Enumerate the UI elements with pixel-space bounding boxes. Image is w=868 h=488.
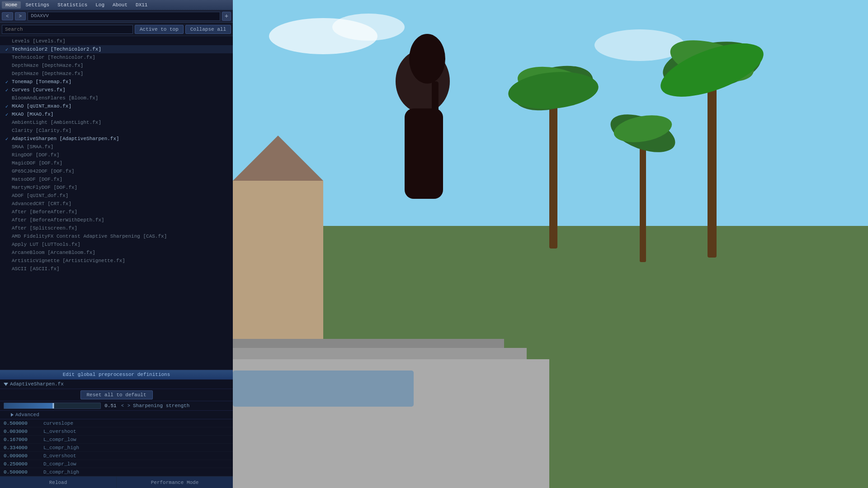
search-bar: Active to top Collapse all — [0, 23, 233, 36]
param-row[interactable]: 0.250000D_compr_low — [0, 460, 233, 468]
param-name: L_compr_high — [40, 445, 79, 450]
menu-bar: Home Settings Statistics Log About DX11 — [0, 0, 233, 10]
effect-name: ArcaneBloom [ArcaneBloom.fx] — [12, 250, 95, 255]
back-button[interactable]: < — [2, 12, 13, 20]
collapse-all-button[interactable]: Collapse all — [185, 25, 231, 34]
shader-name: AdaptiveSharpen.fx — [10, 381, 64, 387]
effect-checkbox[interactable] — [4, 241, 10, 248]
param-row[interactable]: 0.500000D_compr_high — [0, 468, 233, 476]
effect-item[interactable]: ArtisticVignette [ArtisticVignette.fx] — [0, 257, 233, 265]
slider-track[interactable] — [4, 403, 101, 409]
effect-name: MXAO [MXAO.fx] — [12, 112, 53, 117]
effect-item[interactable]: ✓Curves [Curves.fx] — [0, 86, 233, 94]
menu-statistics[interactable]: Statistics — [54, 1, 91, 9]
effect-item[interactable]: Levels [Levels.fx] — [0, 37, 233, 45]
effect-item[interactable]: ✓Technicolor2 [Technicolor2.fx] — [0, 45, 233, 53]
param-row[interactable]: 0.167000L_compr_low — [0, 436, 233, 444]
effect-item[interactable]: ✓MXAO [qUINT_mxao.fx] — [0, 102, 233, 110]
param-row[interactable]: 0.009000D_overshoot — [0, 452, 233, 460]
effect-item[interactable]: MatsoDOF [DOF.fx] — [0, 175, 233, 183]
effect-item[interactable]: Clarity [Clarity.fx] — [0, 127, 233, 135]
effect-checkbox[interactable] — [4, 168, 10, 174]
effect-item[interactable]: RingDOF [DOF.fx] — [0, 151, 233, 159]
effect-checkbox[interactable] — [4, 192, 10, 199]
menu-about[interactable]: About — [109, 1, 131, 9]
effect-item[interactable]: DepthHaze [DepthHaze.fx] — [0, 61, 233, 70]
reset-all-button[interactable]: Reset all to default — [80, 390, 153, 399]
effect-item[interactable]: DepthHaze [DepthHaze.fx] — [0, 70, 233, 78]
effect-checkbox[interactable] — [4, 217, 10, 223]
effect-checkbox[interactable] — [4, 62, 10, 69]
menu-log[interactable]: Log — [92, 1, 108, 9]
effect-checkbox[interactable] — [4, 209, 10, 215]
effect-checkbox[interactable] — [4, 201, 10, 207]
edit-preprocessor-bar[interactable]: Edit global preprocessor definitions — [0, 370, 233, 380]
effect-checkbox[interactable] — [4, 160, 10, 166]
effect-name: AMD FidelityFX Contrast Adaptive Sharpen… — [12, 234, 167, 239]
effect-item[interactable]: After [BeforeAfterWithDepth.fx] — [0, 216, 233, 224]
effect-name: RingDOF [DOF.fx] — [12, 152, 60, 158]
performance-mode-button[interactable]: Performance Mode — [117, 477, 233, 488]
param-row[interactable]: 0.500000curveslope — [0, 419, 233, 427]
effect-checkbox[interactable]: ✓ — [4, 79, 10, 85]
effect-checkbox[interactable] — [4, 233, 10, 239]
effect-item[interactable]: SMAA [SMAA.fx] — [0, 143, 233, 151]
effect-item[interactable]: MartyMcFlyDOF [DOF.fx] — [0, 183, 233, 192]
effect-item[interactable]: After [Splitscreen.fx] — [0, 224, 233, 232]
search-input[interactable] — [2, 25, 133, 34]
add-button[interactable]: + — [222, 12, 231, 21]
effect-checkbox[interactable] — [4, 144, 10, 150]
effect-item[interactable]: ✓Tonemap [Tonemap.fx] — [0, 78, 233, 86]
effect-item[interactable]: MagicDOF [DOF.fx] — [0, 159, 233, 167]
effect-item[interactable]: BloomAndLensFlares [Bloom.fx] — [0, 94, 233, 102]
effect-item[interactable]: ASCII [ASCII.fx] — [0, 265, 233, 273]
effect-checkbox[interactable] — [4, 225, 10, 231]
effect-checkbox[interactable] — [4, 95, 10, 101]
param-row[interactable]: 0.003000L_overshoot — [0, 427, 233, 436]
shader-header: AdaptiveSharpen.fx — [0, 380, 233, 389]
effect-checkbox[interactable]: ✓ — [4, 103, 10, 109]
effect-name: AdaptiveSharpen [AdaptiveSharpen.fx] — [12, 136, 119, 141]
effect-item[interactable]: ✓AdaptiveSharpen [AdaptiveSharpen.fx] — [0, 135, 233, 143]
advanced-row[interactable]: Advanced — [0, 411, 233, 419]
effect-item[interactable]: ✓MXAO [MXAO.fx] — [0, 110, 233, 118]
svg-rect-25 — [233, 371, 414, 407]
forward-button[interactable]: > — [15, 12, 26, 20]
slider-right-arrow[interactable]: > — [127, 404, 131, 408]
effect-item[interactable]: After [BeforeAfter.fx] — [0, 208, 233, 216]
effect-checkbox[interactable]: ✓ — [4, 136, 10, 142]
effect-item[interactable]: Technicolor [Technicolor.fx] — [0, 53, 233, 61]
effect-name: ArtisticVignette [ArtisticVignette.fx] — [12, 258, 125, 263]
menu-settings[interactable]: Settings — [22, 1, 53, 9]
effect-checkbox[interactable] — [4, 266, 10, 272]
effect-checkbox[interactable] — [4, 70, 10, 77]
effect-item[interactable]: ADOF [qUINT_dof.fx] — [0, 192, 233, 200]
effect-checkbox[interactable] — [4, 258, 10, 264]
effect-list[interactable]: Levels [Levels.fx]✓Technicolor2 [Technic… — [0, 36, 233, 370]
effect-item[interactable]: AdvancedCRT [CRT.fx] — [0, 200, 233, 208]
effect-checkbox[interactable] — [4, 119, 10, 126]
menu-home[interactable]: Home — [2, 1, 21, 9]
effect-item[interactable]: AmbientLight [AmbientLight.fx] — [0, 118, 233, 127]
menu-dx11[interactable]: DX11 — [132, 1, 151, 9]
effect-checkbox[interactable] — [4, 38, 10, 44]
effect-name: Curves [Curves.fx] — [12, 87, 66, 93]
reload-button[interactable]: Reload — [0, 477, 117, 488]
effect-checkbox[interactable]: ✓ — [4, 46, 10, 52]
svg-rect-24 — [432, 81, 439, 172]
effect-checkbox[interactable] — [4, 152, 10, 158]
effect-item[interactable]: AMD FidelityFX Contrast Adaptive Sharpen… — [0, 232, 233, 240]
effect-checkbox[interactable]: ✓ — [4, 87, 10, 93]
effect-checkbox[interactable] — [4, 249, 10, 256]
effect-checkbox[interactable] — [4, 127, 10, 134]
effect-item[interactable]: GP65CJ042DOF [DOF.fx] — [0, 167, 233, 175]
slider-left-arrow[interactable]: < — [120, 404, 125, 408]
effect-item[interactable]: ArcaneBloom [ArcaneBloom.fx] — [0, 249, 233, 257]
effect-checkbox[interactable] — [4, 176, 10, 183]
active-to-top-button[interactable]: Active to top — [135, 25, 184, 34]
effect-checkbox[interactable] — [4, 184, 10, 191]
effect-checkbox[interactable]: ✓ — [4, 111, 10, 117]
effect-item[interactable]: Apply LUT [LUTTools.fx] — [0, 240, 233, 249]
param-row[interactable]: 0.334000L_compr_high — [0, 444, 233, 452]
effect-checkbox[interactable] — [4, 54, 10, 61]
